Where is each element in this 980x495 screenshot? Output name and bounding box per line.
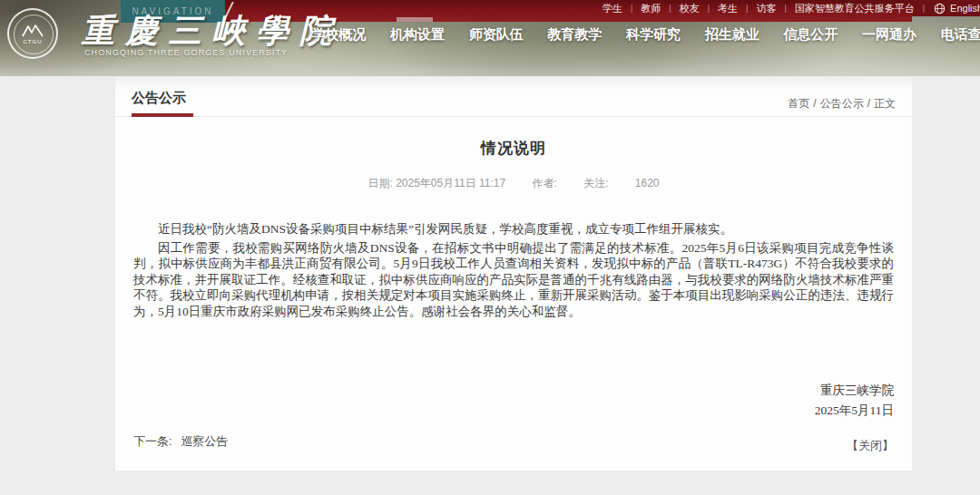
quicklink-item[interactable]: 教师	[641, 2, 661, 15]
separator: /	[813, 97, 816, 110]
prev-article-link[interactable]: 巡察公告	[181, 434, 228, 448]
breadcrumb-item[interactable]: 公告公示	[820, 97, 864, 110]
section-header-row: 公告公示 首页/公告公示/正文	[115, 77, 912, 107]
article-body: 近日我校“防火墙及DNS设备采购项目中标结果”引发网民质疑，学校高度重视，成立专…	[133, 221, 894, 319]
breadcrumb-item[interactable]: 首页	[788, 97, 809, 110]
separator: |	[669, 4, 671, 13]
breadcrumb[interactable]: 首页/公告公示/正文	[788, 96, 896, 112]
language-switch-english[interactable]: English	[950, 3, 980, 14]
separator: |	[631, 4, 632, 13]
meta-author-group: 作者:	[532, 177, 560, 189]
nav-menu-item[interactable]: 信息公开	[771, 26, 850, 44]
article-paragraph: 近日我校“防火墙及DNS设备采购项目中标结果”引发网民质疑，学校高度重视，成立专…	[133, 221, 894, 238]
quicklink-item[interactable]: 校友	[680, 2, 700, 15]
quicklink-item[interactable]: 学生	[603, 2, 622, 15]
signature-organization: 重庆三峡学院	[133, 381, 894, 401]
separator: /	[867, 97, 870, 110]
globe-icon	[934, 3, 946, 15]
nav-active-indicator	[397, 17, 433, 22]
article-paragraph: 因工作需要，我校需购买网络防火墙及DNS设备，在招标文书中明确提出了需满足的技术…	[133, 240, 894, 320]
separator: |	[708, 4, 710, 13]
meta-date-group: 日期: 2025年05月11日 11:17	[368, 177, 508, 189]
nav-menu-item[interactable]: 一网通办	[850, 26, 929, 44]
university-seal-logo[interactable]: CTGU	[7, 8, 58, 59]
signature-date: 2025年5月11日	[133, 401, 894, 421]
meta-date-label: 日期:	[368, 177, 392, 189]
close-button[interactable]: 【关闭】	[847, 438, 894, 454]
nav-menu-item[interactable]: 科学研究	[614, 26, 693, 44]
quick-links-list: 学生|教师|校友|考生|访客|国家智慧教育公共服务平台	[603, 2, 915, 15]
nav-menu-item[interactable]: 招生就业	[692, 26, 771, 44]
article-meta-row: 日期: 2025年05月11日 11:17 作者: 关注: 1620	[115, 176, 912, 191]
meta-views-value: 1620	[635, 177, 660, 189]
content-panel: 公告公示 首页/公告公示/正文 情况说明 日期: 2025年05月11日 11:…	[115, 77, 912, 471]
site-header: NAVIGATION 学生|教师|校友|考生|访客|国家智慧教育公共服务平台 |…	[0, 0, 980, 76]
divider-line	[115, 116, 912, 117]
prev-article-label: 下一条:	[133, 434, 172, 448]
section-divider	[115, 116, 912, 117]
separator: |	[746, 4, 748, 13]
article-signature: 重庆三峡学院 2025年5月11日	[133, 381, 894, 421]
article-footer-row: 下一条: 巡察公告 【关闭】	[133, 433, 894, 454]
meta-author-label: 作者:	[532, 177, 556, 189]
nav-menu-item[interactable]: 教育教学	[535, 26, 614, 44]
main-navigation: 学校概况机构设置师资队伍教育教学科学研究招生就业信息公开一网通办电话查询	[299, 26, 980, 44]
prev-article-row: 下一条: 巡察公告	[133, 433, 228, 450]
nav-menu-item[interactable]: 学校概况	[299, 26, 378, 44]
section-title: 公告公示	[132, 90, 186, 105]
nav-menu-item[interactable]: 电话查询	[928, 26, 980, 44]
separator: |	[923, 4, 925, 13]
meta-views-label: 关注:	[583, 177, 608, 189]
separator: |	[784, 4, 786, 13]
article-title: 情况说明	[115, 138, 912, 159]
university-name-english: CHONGQING THREE GORGES UNIVERSITY	[84, 48, 288, 57]
nav-menu-item[interactable]: 机构设置	[378, 26, 457, 44]
meta-views-group: 关注: 1620	[583, 177, 659, 189]
quicklink-item[interactable]: 国家智慧教育公共服务平台	[795, 2, 915, 15]
quick-links-bar: 学生|教师|校友|考生|访客|国家智慧教育公共服务平台 | English	[603, 0, 980, 16]
section-title-underline	[132, 113, 193, 117]
seal-inner-ring	[14, 15, 54, 54]
quicklink-item[interactable]: 访客	[756, 2, 776, 15]
quicklink-item[interactable]: 考生	[718, 2, 738, 15]
nav-menu-item[interactable]: 师资队伍	[456, 26, 535, 44]
meta-date-value: 2025年05月11日 11:17	[396, 177, 505, 189]
breadcrumb-item[interactable]: 正文	[874, 97, 896, 110]
